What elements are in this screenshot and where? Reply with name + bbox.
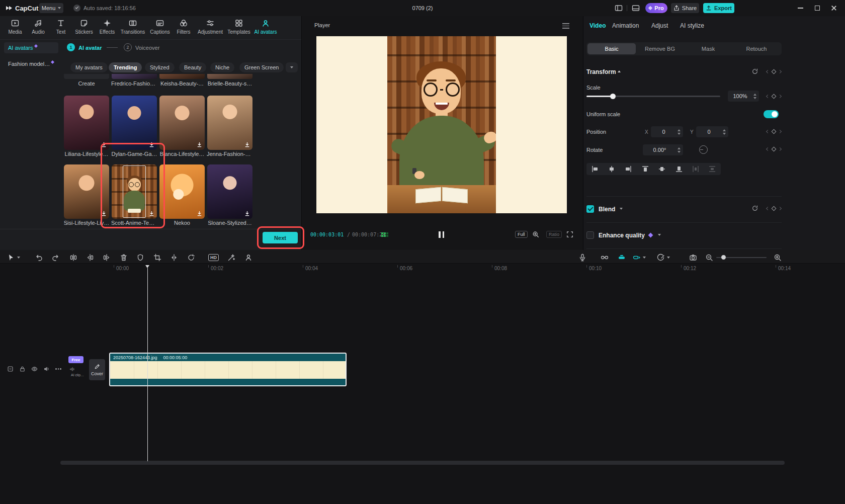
rotate-dial[interactable] bbox=[699, 145, 708, 154]
align-right-button[interactable] bbox=[620, 163, 637, 175]
transform-section-label[interactable]: Transform bbox=[586, 68, 616, 75]
export-button[interactable]: Export bbox=[703, 3, 734, 13]
avatar-card-sisi[interactable] bbox=[64, 164, 109, 219]
track-options-icon[interactable] bbox=[633, 254, 641, 262]
distribute-h-button[interactable] bbox=[687, 163, 704, 175]
tab-templates[interactable]: Templates bbox=[225, 19, 253, 35]
align-bottom-button[interactable] bbox=[670, 163, 687, 175]
lock-icon[interactable] bbox=[19, 366, 26, 372]
scale-slider-handle[interactable] bbox=[610, 94, 616, 99]
chips-expand-button[interactable] bbox=[286, 62, 298, 72]
delete-right-icon[interactable] bbox=[103, 254, 111, 262]
avatar-card-scott-selected[interactable] bbox=[112, 164, 157, 219]
scale-keyframe-control[interactable] bbox=[767, 95, 781, 98]
filter-chip-my-avatars[interactable]: My avatars bbox=[70, 62, 108, 72]
mirror-icon[interactable] bbox=[170, 254, 178, 262]
avatar-card-bianca[interactable] bbox=[159, 96, 205, 150]
mask-icon[interactable] bbox=[136, 254, 144, 262]
filter-chip-green-screen[interactable]: Green Screen bbox=[239, 62, 284, 72]
zoom-in-icon[interactable] bbox=[774, 254, 782, 262]
collapse-icon[interactable] bbox=[618, 70, 621, 72]
select-tool-chevron-icon[interactable] bbox=[17, 257, 20, 259]
cover-button[interactable]: Cover bbox=[89, 359, 105, 380]
ai-clip-track-item[interactable]: Free AI clip… bbox=[67, 355, 88, 381]
track-toggle-icon[interactable] bbox=[7, 366, 14, 372]
avatar-card-liliana[interactable] bbox=[64, 96, 109, 150]
tab-video[interactable]: Video bbox=[589, 22, 606, 29]
minimize-button[interactable] bbox=[798, 8, 803, 9]
reset-blend-icon[interactable] bbox=[751, 205, 758, 212]
eye-icon[interactable] bbox=[31, 366, 38, 372]
position-keyframe-control[interactable] bbox=[767, 130, 781, 133]
undo-icon[interactable] bbox=[35, 254, 43, 262]
blend-checkbox[interactable] bbox=[586, 205, 594, 213]
tab-filters[interactable]: Filters bbox=[170, 19, 198, 35]
record-voiceover-icon[interactable] bbox=[578, 254, 586, 262]
blend-section-label[interactable]: Blend bbox=[599, 206, 615, 213]
layout-panels-icon[interactable] bbox=[615, 4, 623, 12]
tab-animation[interactable]: Animation bbox=[612, 22, 639, 29]
split-icon[interactable] bbox=[69, 254, 77, 262]
subtab-mask[interactable]: Mask bbox=[684, 43, 732, 54]
enhance-quality-label[interactable]: Enhance quality bbox=[599, 232, 645, 239]
pause-button[interactable] bbox=[439, 231, 444, 238]
timeline-clip-selected[interactable]: 20250708-162443.jpg 00:00:05:00 bbox=[109, 353, 347, 386]
zoom-fit-icon[interactable] bbox=[532, 231, 539, 238]
chevron-down-icon[interactable] bbox=[620, 208, 623, 210]
step-1-label[interactable]: AI avatar bbox=[78, 45, 102, 51]
avatar-card-keisha[interactable] bbox=[159, 74, 205, 79]
subtab-remove-bg[interactable]: Remove BG bbox=[636, 43, 684, 54]
delete-icon[interactable] bbox=[120, 254, 128, 262]
subtab-basic[interactable]: Basic bbox=[587, 43, 636, 54]
select-tool-icon[interactable] bbox=[7, 254, 15, 262]
chevron-down-icon[interactable] bbox=[643, 257, 646, 259]
blend-keyframe-control[interactable] bbox=[767, 207, 781, 210]
preview-axis-icon[interactable] bbox=[657, 254, 665, 262]
pro-badge[interactable]: Pro bbox=[645, 3, 667, 13]
tab-adjust[interactable]: Adjust bbox=[651, 22, 668, 29]
transform-keyframe-control[interactable] bbox=[767, 70, 781, 73]
avatar-card-create[interactable] bbox=[64, 74, 109, 79]
uniform-scale-toggle[interactable] bbox=[764, 110, 779, 118]
next-button[interactable]: Next bbox=[263, 232, 298, 243]
timeline-h-scrollbar[interactable] bbox=[60, 461, 785, 465]
align-left-button[interactable] bbox=[586, 163, 603, 175]
layout-bottom-icon[interactable] bbox=[632, 4, 640, 12]
replace-icon[interactable] bbox=[187, 254, 195, 262]
step-2-label[interactable]: Voiceover bbox=[135, 45, 159, 51]
crop-icon[interactable] bbox=[153, 254, 161, 262]
chevron-down-icon[interactable] bbox=[667, 257, 670, 259]
tab-ai-stylize[interactable]: AI stylize bbox=[680, 22, 704, 29]
scale-value-stepper[interactable]: 100% bbox=[728, 91, 759, 102]
tab-ai-avatars[interactable]: AI avatars bbox=[251, 19, 280, 35]
maximize-button[interactable] bbox=[815, 6, 820, 11]
close-button[interactable] bbox=[831, 5, 837, 11]
ratio-button[interactable]: Ratio bbox=[546, 231, 562, 238]
subtab-retouch[interactable]: Retouch bbox=[732, 43, 781, 54]
hd-quality-button[interactable]: HD bbox=[208, 254, 219, 261]
performance-grid-icon[interactable] bbox=[381, 232, 389, 238]
tab-transitions[interactable]: Transitions bbox=[119, 19, 147, 35]
tab-adjustment[interactable]: Adjustment bbox=[196, 19, 224, 35]
timeline-zoom-handle[interactable] bbox=[721, 255, 726, 260]
avatar-card-nekoo[interactable] bbox=[159, 164, 205, 219]
position-y-stepper[interactable]: 0 bbox=[696, 126, 728, 137]
align-center-h-button[interactable] bbox=[603, 163, 620, 175]
chevron-down-icon[interactable] bbox=[658, 234, 661, 236]
avatar-card-dylan[interactable] bbox=[112, 96, 157, 150]
avatar-card-brielle[interactable] bbox=[207, 74, 252, 79]
filter-chip-beauty[interactable]: Beauty bbox=[179, 62, 206, 72]
redo-icon[interactable] bbox=[51, 254, 59, 262]
linked-tracks-icon[interactable] bbox=[601, 254, 609, 262]
enhance-quality-checkbox[interactable] bbox=[586, 231, 594, 239]
avatar-card-jenna[interactable] bbox=[207, 96, 252, 150]
full-screen-preview-button[interactable]: Full bbox=[515, 231, 528, 238]
tab-effects[interactable]: Effects bbox=[93, 19, 121, 35]
magic-wand-icon[interactable] bbox=[227, 254, 235, 262]
zoom-out-icon[interactable] bbox=[705, 254, 713, 262]
filter-chip-stylized[interactable]: Stylized bbox=[145, 62, 175, 72]
main-track-magnet-icon[interactable] bbox=[618, 254, 626, 262]
avatar-card-sloane[interactable] bbox=[207, 164, 252, 219]
align-top-button[interactable] bbox=[637, 163, 653, 175]
snapshot-icon[interactable] bbox=[689, 254, 697, 262]
